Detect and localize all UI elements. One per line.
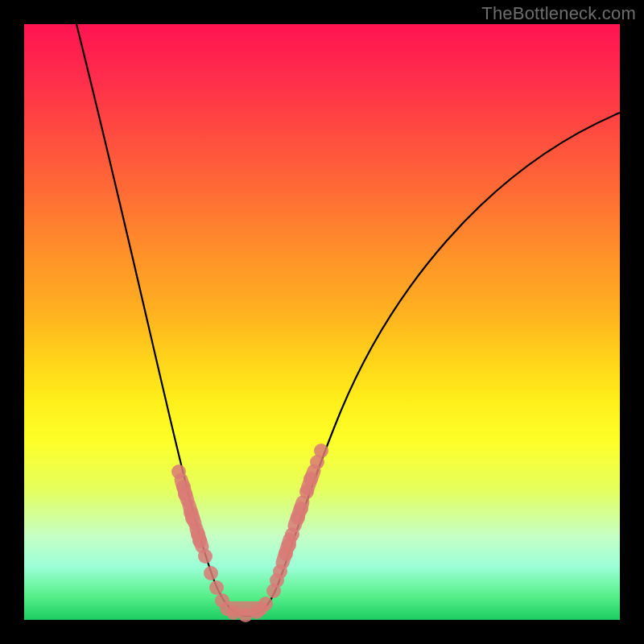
highlight-dot [209,580,224,595]
highlight-dot [258,597,273,611]
highlight-dot [273,564,287,579]
highlight-dot [215,593,229,608]
highlight-dot [178,487,192,502]
highlight-dot [192,534,207,548]
watermark-text: TheBottleneck.com [481,3,636,24]
highlight-dot [171,464,186,479]
highlight-dot [294,502,308,516]
highlight-dot [185,511,200,526]
highlight-dot [226,605,241,620]
highlight-dot [285,527,299,542]
chart-frame: TheBottleneck.com [0,0,644,644]
chart-svg [24,24,620,620]
highlight-dot [303,472,318,486]
highlight-dots [171,444,328,622]
plot-area [24,24,620,620]
highlight-dot [198,549,213,564]
highlight-dot [204,566,218,580]
highlight-dot [314,444,328,458]
bottleneck-curve [76,24,620,616]
highlight-dot [299,485,314,499]
